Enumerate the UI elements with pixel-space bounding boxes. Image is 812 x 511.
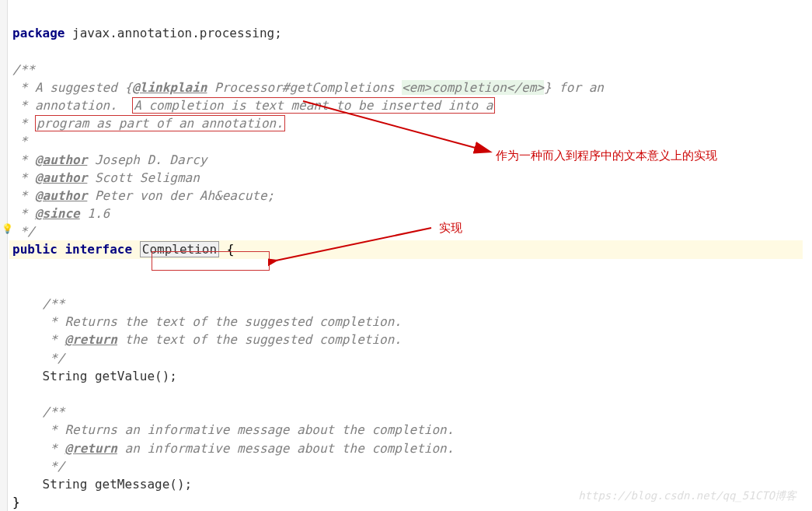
author-name: Joseph D. Darcy <box>87 152 207 167</box>
author-tag: @author <box>35 170 87 185</box>
author-tag: @author <box>35 188 87 203</box>
keyword-interface: interface <box>64 242 132 257</box>
annotation-text-1: 作为一种而入到程序中的文本意义上的实现 <box>496 148 717 165</box>
javadoc-close: */ <box>12 459 64 474</box>
editor-gutter <box>0 0 8 511</box>
code-editor[interactable]: package javax.annotation.processing; /**… <box>12 6 803 511</box>
javadoc-open: /** <box>12 404 64 419</box>
package-name: javax.annotation.processing; <box>64 26 281 40</box>
javadoc-star: * <box>12 134 27 149</box>
javadoc-line: * <box>12 441 64 456</box>
keyword-package: package <box>12 26 64 40</box>
since-tag: @since <box>35 206 80 221</box>
em-open-tag: <em> <box>402 80 432 95</box>
javadoc-star: * <box>12 206 27 221</box>
annotation-text-2: 实现 <box>439 220 462 237</box>
javadoc-close: */ <box>12 351 64 366</box>
return-text: an informative message about the complet… <box>117 441 454 456</box>
lightbulb-icon[interactable]: 💡 <box>2 222 13 236</box>
boxed-text-1: A completion is text meant to be inserte… <box>132 97 494 114</box>
method-getvalue: String getValue(); <box>12 369 177 383</box>
javadoc-star: * <box>12 170 27 185</box>
em-close-tag: </em> <box>507 80 544 95</box>
javadoc-line: * Returns the text of the suggested comp… <box>12 314 402 329</box>
javadoc-close: */ <box>12 224 35 239</box>
javadoc-link-target: Processor#getCompletions <box>207 80 401 95</box>
javadoc-line: * <box>12 332 64 347</box>
linkplain-tag: @linkplain <box>132 80 207 95</box>
author-name: Peter von der Ah&eacute; <box>87 188 274 203</box>
author-tag: @author <box>35 152 87 167</box>
return-tag: @return <box>64 441 117 456</box>
since-value: 1.6 <box>80 206 110 221</box>
brace-close: } <box>12 495 20 509</box>
boxed-text-2: program as part of an annotation. <box>35 115 285 131</box>
brace-open: { <box>219 242 234 257</box>
javadoc-open: /** <box>12 62 35 77</box>
return-text: the text of the suggested completion. <box>117 332 402 347</box>
javadoc-star: * <box>12 152 27 167</box>
interface-name[interactable]: Completion <box>140 241 219 257</box>
interface-declaration-line: public interface Completion { <box>9 240 803 258</box>
return-tag: @return <box>64 332 117 347</box>
javadoc-line: * <box>12 116 35 131</box>
javadoc-open: /** <box>12 296 64 311</box>
author-name: Scott Seligman <box>87 170 200 185</box>
javadoc-text: } for an <box>544 80 604 95</box>
javadoc-star: * <box>12 188 27 203</box>
keyword-public: public <box>12 242 58 257</box>
javadoc-line: * annotation. <box>12 98 132 113</box>
em-text: completion <box>431 80 506 95</box>
javadoc-line: * Returns an informative message about t… <box>12 422 454 437</box>
method-getmessage: String getMessage(); <box>12 477 192 492</box>
watermark: https://blog.csdn.net/qq_51CTO博客 <box>578 488 796 503</box>
javadoc-line: * A suggested { <box>12 80 132 95</box>
